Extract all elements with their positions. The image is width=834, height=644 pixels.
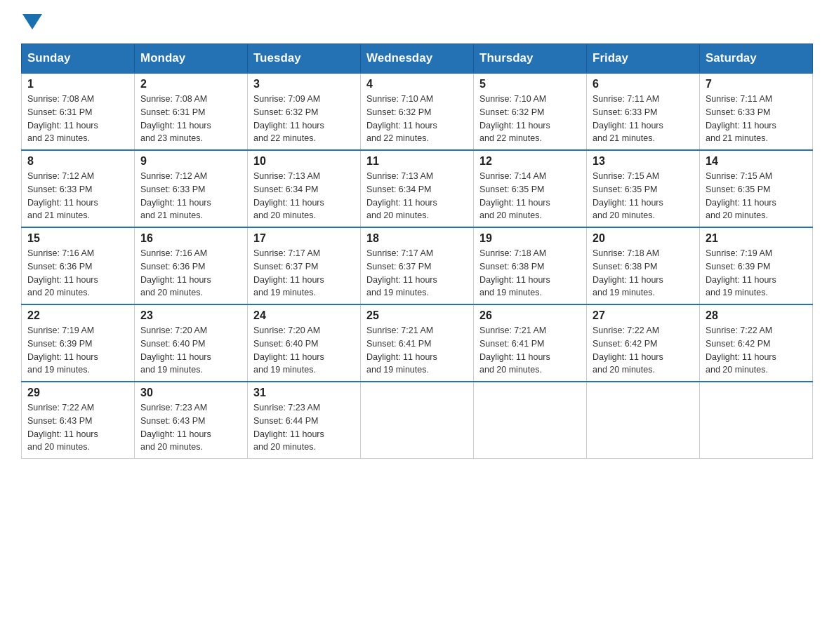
day-number: 3 (253, 78, 355, 90)
calendar-cell (587, 382, 700, 459)
calendar-week-3: 15Sunrise: 7:16 AMSunset: 6:36 PMDayligh… (22, 227, 813, 304)
day-info: Sunrise: 7:10 AMSunset: 6:32 PMDaylight:… (479, 93, 581, 145)
day-number: 25 (366, 309, 468, 322)
day-number: 24 (253, 309, 355, 322)
day-info: Sunrise: 7:12 AMSunset: 6:33 PMDaylight:… (27, 170, 128, 222)
logo (21, 14, 44, 29)
calendar-cell: 3Sunrise: 7:09 AMSunset: 6:32 PMDaylight… (248, 73, 361, 150)
calendar-cell: 29Sunrise: 7:22 AMSunset: 6:43 PMDayligh… (22, 382, 135, 459)
calendar-cell: 7Sunrise: 7:11 AMSunset: 6:33 PMDaylight… (700, 73, 813, 150)
calendar-cell: 19Sunrise: 7:18 AMSunset: 6:38 PMDayligh… (474, 227, 587, 304)
day-info: Sunrise: 7:19 AMSunset: 6:39 PMDaylight:… (706, 247, 807, 300)
calendar-cell: 8Sunrise: 7:12 AMSunset: 6:33 PMDaylight… (22, 150, 135, 227)
calendar-cell: 26Sunrise: 7:21 AMSunset: 6:41 PMDayligh… (474, 304, 587, 382)
day-number: 12 (479, 155, 581, 168)
calendar-week-1: 1Sunrise: 7:08 AMSunset: 6:31 PMDaylight… (22, 73, 813, 150)
day-number: 22 (27, 309, 128, 322)
calendar-cell: 21Sunrise: 7:19 AMSunset: 6:39 PMDayligh… (700, 227, 813, 304)
calendar-cell: 27Sunrise: 7:22 AMSunset: 6:42 PMDayligh… (587, 304, 700, 382)
day-info: Sunrise: 7:12 AMSunset: 6:33 PMDaylight:… (140, 170, 241, 222)
day-info: Sunrise: 7:10 AMSunset: 6:32 PMDaylight:… (366, 93, 468, 145)
day-info: Sunrise: 7:18 AMSunset: 6:38 PMDaylight:… (479, 247, 581, 300)
day-header-monday: Monday (135, 44, 248, 74)
day-number: 19 (479, 232, 581, 245)
calendar-week-2: 8Sunrise: 7:12 AMSunset: 6:33 PMDaylight… (22, 150, 813, 227)
day-header-friday: Friday (587, 44, 700, 74)
day-info: Sunrise: 7:14 AMSunset: 6:35 PMDaylight:… (479, 170, 581, 222)
day-number: 11 (366, 155, 468, 168)
calendar-cell: 12Sunrise: 7:14 AMSunset: 6:35 PMDayligh… (474, 150, 587, 227)
calendar-cell: 9Sunrise: 7:12 AMSunset: 6:33 PMDaylight… (135, 150, 248, 227)
day-number: 29 (27, 387, 128, 399)
day-number: 1 (27, 78, 128, 90)
logo-triangle-icon (22, 14, 42, 29)
calendar-cell: 1Sunrise: 7:08 AMSunset: 6:31 PMDaylight… (22, 73, 135, 150)
day-number: 30 (140, 387, 241, 399)
day-number: 21 (706, 232, 807, 245)
calendar-cell: 24Sunrise: 7:20 AMSunset: 6:40 PMDayligh… (248, 304, 361, 382)
calendar-cell: 13Sunrise: 7:15 AMSunset: 6:35 PMDayligh… (587, 150, 700, 227)
day-info: Sunrise: 7:18 AMSunset: 6:38 PMDaylight:… (593, 247, 694, 300)
day-number: 16 (140, 232, 241, 245)
day-info: Sunrise: 7:19 AMSunset: 6:39 PMDaylight:… (27, 324, 128, 377)
calendar-cell (700, 382, 813, 459)
calendar-cell: 10Sunrise: 7:13 AMSunset: 6:34 PMDayligh… (248, 150, 361, 227)
day-info: Sunrise: 7:21 AMSunset: 6:41 PMDaylight:… (366, 324, 468, 377)
day-info: Sunrise: 7:20 AMSunset: 6:40 PMDaylight:… (140, 324, 241, 377)
calendar-cell: 17Sunrise: 7:17 AMSunset: 6:37 PMDayligh… (248, 227, 361, 304)
day-info: Sunrise: 7:15 AMSunset: 6:35 PMDaylight:… (593, 170, 694, 222)
calendar-week-4: 22Sunrise: 7:19 AMSunset: 6:39 PMDayligh… (22, 304, 813, 382)
day-number: 27 (593, 309, 694, 322)
calendar-cell: 28Sunrise: 7:22 AMSunset: 6:42 PMDayligh… (700, 304, 813, 382)
day-info: Sunrise: 7:22 AMSunset: 6:42 PMDaylight:… (706, 324, 807, 377)
day-info: Sunrise: 7:08 AMSunset: 6:31 PMDaylight:… (140, 93, 241, 145)
day-info: Sunrise: 7:23 AMSunset: 6:43 PMDaylight:… (140, 401, 241, 454)
day-info: Sunrise: 7:16 AMSunset: 6:36 PMDaylight:… (140, 247, 241, 300)
day-header-tuesday: Tuesday (248, 44, 361, 74)
day-info: Sunrise: 7:17 AMSunset: 6:37 PMDaylight:… (253, 247, 355, 300)
calendar-cell: 18Sunrise: 7:17 AMSunset: 6:37 PMDayligh… (361, 227, 474, 304)
day-header-thursday: Thursday (474, 44, 587, 74)
calendar-body: 1Sunrise: 7:08 AMSunset: 6:31 PMDaylight… (22, 73, 813, 459)
calendar-cell: 23Sunrise: 7:20 AMSunset: 6:40 PMDayligh… (135, 304, 248, 382)
day-info: Sunrise: 7:11 AMSunset: 6:33 PMDaylight:… (706, 93, 807, 145)
day-number: 4 (366, 78, 468, 90)
calendar-cell: 16Sunrise: 7:16 AMSunset: 6:36 PMDayligh… (135, 227, 248, 304)
calendar-cell: 2Sunrise: 7:08 AMSunset: 6:31 PMDaylight… (135, 73, 248, 150)
calendar-cell: 6Sunrise: 7:11 AMSunset: 6:33 PMDaylight… (587, 73, 700, 150)
day-number: 9 (140, 155, 241, 168)
calendar-cell: 14Sunrise: 7:15 AMSunset: 6:35 PMDayligh… (700, 150, 813, 227)
calendar-cell: 4Sunrise: 7:10 AMSunset: 6:32 PMDaylight… (361, 73, 474, 150)
day-number: 7 (706, 78, 807, 90)
day-info: Sunrise: 7:08 AMSunset: 6:31 PMDaylight:… (27, 93, 128, 145)
day-info: Sunrise: 7:13 AMSunset: 6:34 PMDaylight:… (366, 170, 468, 222)
day-info: Sunrise: 7:16 AMSunset: 6:36 PMDaylight:… (27, 247, 128, 300)
day-info: Sunrise: 7:22 AMSunset: 6:42 PMDaylight:… (593, 324, 694, 377)
calendar-header: SundayMondayTuesdayWednesdayThursdayFrid… (22, 44, 813, 74)
day-number: 6 (593, 78, 694, 90)
calendar-cell: 11Sunrise: 7:13 AMSunset: 6:34 PMDayligh… (361, 150, 474, 227)
day-number: 5 (479, 78, 581, 90)
day-number: 23 (140, 309, 241, 322)
day-number: 20 (593, 232, 694, 245)
calendar-cell: 15Sunrise: 7:16 AMSunset: 6:36 PMDayligh… (22, 227, 135, 304)
day-info: Sunrise: 7:23 AMSunset: 6:44 PMDaylight:… (253, 401, 355, 454)
day-info: Sunrise: 7:21 AMSunset: 6:41 PMDaylight:… (479, 324, 581, 377)
day-info: Sunrise: 7:11 AMSunset: 6:33 PMDaylight:… (593, 93, 694, 145)
day-number: 17 (253, 232, 355, 245)
day-info: Sunrise: 7:13 AMSunset: 6:34 PMDaylight:… (253, 170, 355, 222)
day-number: 13 (593, 155, 694, 168)
page-header (21, 14, 813, 29)
calendar-cell: 22Sunrise: 7:19 AMSunset: 6:39 PMDayligh… (22, 304, 135, 382)
header-row: SundayMondayTuesdayWednesdayThursdayFrid… (22, 44, 813, 74)
day-info: Sunrise: 7:20 AMSunset: 6:40 PMDaylight:… (253, 324, 355, 377)
day-header-sunday: Sunday (22, 44, 135, 74)
day-number: 8 (27, 155, 128, 168)
day-info: Sunrise: 7:22 AMSunset: 6:43 PMDaylight:… (27, 401, 128, 454)
calendar-cell: 30Sunrise: 7:23 AMSunset: 6:43 PMDayligh… (135, 382, 248, 459)
day-number: 15 (27, 232, 128, 245)
day-number: 18 (366, 232, 468, 245)
calendar-cell: 5Sunrise: 7:10 AMSunset: 6:32 PMDaylight… (474, 73, 587, 150)
day-number: 14 (706, 155, 807, 168)
day-number: 10 (253, 155, 355, 168)
